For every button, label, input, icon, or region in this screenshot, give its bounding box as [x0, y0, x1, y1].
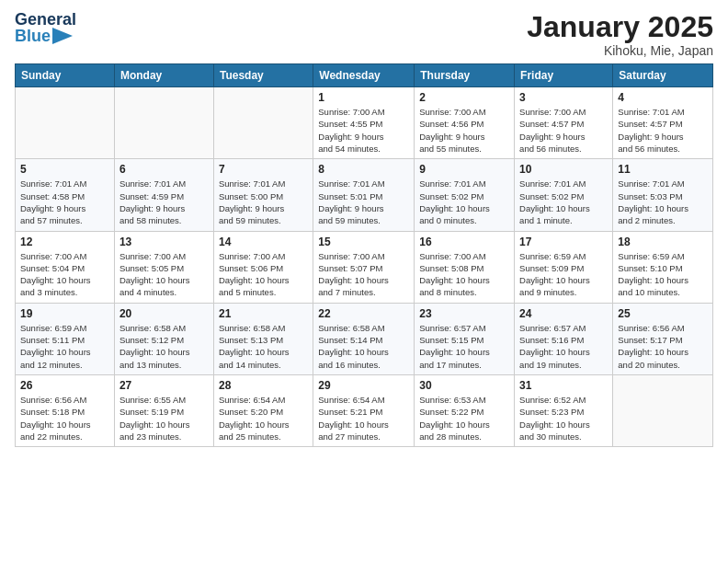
- col-thursday: Thursday: [415, 64, 515, 87]
- table-row: 28Sunrise: 6:54 AM Sunset: 5:20 PM Dayli…: [213, 374, 313, 446]
- svg-marker-0: [52, 28, 73, 44]
- table-row: 29Sunrise: 6:54 AM Sunset: 5:21 PM Dayli…: [313, 374, 415, 446]
- day-number: 24: [519, 307, 608, 320]
- day-number: 23: [419, 307, 509, 320]
- table-row: 4Sunrise: 7:01 AM Sunset: 4:57 PM Daylig…: [613, 87, 713, 159]
- day-info: Sunrise: 6:57 AM Sunset: 5:16 PM Dayligh…: [519, 322, 608, 371]
- calendar-header-row: Sunday Monday Tuesday Wednesday Thursday…: [16, 64, 713, 87]
- table-row: 13Sunrise: 7:00 AM Sunset: 5:05 PM Dayli…: [114, 231, 213, 303]
- day-info: Sunrise: 6:58 AM Sunset: 5:14 PM Dayligh…: [318, 322, 409, 371]
- day-info: Sunrise: 7:01 AM Sunset: 5:02 PM Dayligh…: [519, 178, 608, 226]
- day-info: Sunrise: 7:01 AM Sunset: 4:57 PM Dayligh…: [618, 106, 708, 155]
- table-row: 19Sunrise: 6:59 AM Sunset: 5:11 PM Dayli…: [16, 303, 115, 374]
- day-number: 18: [618, 236, 708, 248]
- day-number: 10: [519, 163, 608, 176]
- day-number: 2: [419, 91, 509, 104]
- day-info: Sunrise: 6:54 AM Sunset: 5:21 PM Dayligh…: [318, 394, 409, 442]
- table-row: 24Sunrise: 6:57 AM Sunset: 5:16 PM Dayli…: [515, 303, 613, 374]
- day-number: 12: [20, 236, 109, 248]
- table-row: 22Sunrise: 6:58 AM Sunset: 5:14 PM Dayli…: [313, 303, 415, 374]
- day-number: 21: [219, 307, 308, 320]
- table-row: 18Sunrise: 6:59 AM Sunset: 5:10 PM Dayli…: [613, 231, 713, 303]
- col-saturday: Saturday: [613, 64, 713, 87]
- day-number: 7: [219, 163, 308, 176]
- calendar-week-row: 5Sunrise: 7:01 AM Sunset: 4:58 PM Daylig…: [16, 159, 713, 231]
- table-row: 17Sunrise: 6:59 AM Sunset: 5:09 PM Dayli…: [515, 231, 613, 303]
- title-block: January 2025 Kihoku, Mie, Japan: [527, 11, 713, 58]
- logo: General Blue: [15, 11, 76, 44]
- calendar-week-row: 1Sunrise: 7:00 AM Sunset: 4:55 PM Daylig…: [16, 87, 713, 159]
- logo-general: General: [15, 11, 76, 28]
- day-info: Sunrise: 6:58 AM Sunset: 5:12 PM Dayligh…: [119, 322, 209, 371]
- table-row: 12Sunrise: 7:00 AM Sunset: 5:04 PM Dayli…: [16, 231, 115, 303]
- table-row: 8Sunrise: 7:01 AM Sunset: 5:01 PM Daylig…: [313, 159, 415, 231]
- table-row: 10Sunrise: 7:01 AM Sunset: 5:02 PM Dayli…: [515, 159, 613, 231]
- logo-arrow-icon: [52, 28, 73, 44]
- table-row: 27Sunrise: 6:55 AM Sunset: 5:19 PM Dayli…: [114, 374, 213, 446]
- day-number: 22: [318, 307, 409, 320]
- day-number: 29: [318, 379, 409, 392]
- day-info: Sunrise: 6:53 AM Sunset: 5:22 PM Dayligh…: [419, 394, 509, 442]
- day-info: Sunrise: 7:00 AM Sunset: 5:05 PM Dayligh…: [119, 250, 209, 299]
- day-number: 6: [119, 163, 209, 176]
- day-number: 13: [119, 236, 209, 248]
- calendar-week-row: 19Sunrise: 6:59 AM Sunset: 5:11 PM Dayli…: [16, 303, 713, 374]
- table-row: [213, 87, 313, 159]
- day-info: Sunrise: 7:00 AM Sunset: 5:08 PM Dayligh…: [419, 250, 509, 299]
- calendar-week-row: 12Sunrise: 7:00 AM Sunset: 5:04 PM Dayli…: [16, 231, 713, 303]
- table-row: 30Sunrise: 6:53 AM Sunset: 5:22 PM Dayli…: [415, 374, 515, 446]
- day-info: Sunrise: 7:01 AM Sunset: 4:58 PM Dayligh…: [20, 178, 109, 226]
- day-info: Sunrise: 7:01 AM Sunset: 5:01 PM Dayligh…: [318, 178, 409, 226]
- calendar: Sunday Monday Tuesday Wednesday Thursday…: [15, 63, 713, 447]
- day-number: 1: [318, 91, 409, 104]
- day-info: Sunrise: 7:01 AM Sunset: 4:59 PM Dayligh…: [119, 178, 209, 226]
- table-row: 14Sunrise: 7:00 AM Sunset: 5:06 PM Dayli…: [213, 231, 313, 303]
- day-number: 14: [219, 236, 308, 248]
- day-info: Sunrise: 7:01 AM Sunset: 5:03 PM Dayligh…: [618, 178, 708, 226]
- day-number: 20: [119, 307, 209, 320]
- day-number: 4: [618, 91, 708, 104]
- col-tuesday: Tuesday: [213, 64, 313, 87]
- table-row: 23Sunrise: 6:57 AM Sunset: 5:15 PM Dayli…: [415, 303, 515, 374]
- day-number: 8: [318, 163, 409, 176]
- day-info: Sunrise: 6:59 AM Sunset: 5:10 PM Dayligh…: [618, 250, 708, 299]
- day-info: Sunrise: 6:56 AM Sunset: 5:18 PM Dayligh…: [20, 394, 109, 442]
- col-monday: Monday: [114, 64, 213, 87]
- day-info: Sunrise: 7:01 AM Sunset: 5:02 PM Dayligh…: [419, 178, 509, 226]
- table-row: 6Sunrise: 7:01 AM Sunset: 4:59 PM Daylig…: [114, 159, 213, 231]
- day-info: Sunrise: 6:58 AM Sunset: 5:13 PM Dayligh…: [219, 322, 308, 371]
- table-row: 11Sunrise: 7:01 AM Sunset: 5:03 PM Dayli…: [613, 159, 713, 231]
- calendar-week-row: 26Sunrise: 6:56 AM Sunset: 5:18 PM Dayli…: [16, 374, 713, 446]
- day-info: Sunrise: 6:54 AM Sunset: 5:20 PM Dayligh…: [219, 394, 308, 442]
- day-info: Sunrise: 6:59 AM Sunset: 5:09 PM Dayligh…: [519, 250, 608, 299]
- table-row: 1Sunrise: 7:00 AM Sunset: 4:55 PM Daylig…: [313, 87, 415, 159]
- day-number: 11: [618, 163, 708, 176]
- col-wednesday: Wednesday: [313, 64, 415, 87]
- day-number: 17: [519, 236, 608, 248]
- col-friday: Friday: [515, 64, 613, 87]
- day-number: 16: [419, 236, 509, 248]
- table-row: 16Sunrise: 7:00 AM Sunset: 5:08 PM Dayli…: [415, 231, 515, 303]
- day-number: 26: [20, 379, 109, 392]
- table-row: 9Sunrise: 7:01 AM Sunset: 5:02 PM Daylig…: [415, 159, 515, 231]
- col-sunday: Sunday: [16, 64, 115, 87]
- day-info: Sunrise: 7:01 AM Sunset: 5:00 PM Dayligh…: [219, 178, 308, 226]
- table-row: 21Sunrise: 6:58 AM Sunset: 5:13 PM Dayli…: [213, 303, 313, 374]
- table-row: 20Sunrise: 6:58 AM Sunset: 5:12 PM Dayli…: [114, 303, 213, 374]
- day-number: 15: [318, 236, 409, 248]
- day-info: Sunrise: 6:57 AM Sunset: 5:15 PM Dayligh…: [419, 322, 509, 371]
- day-info: Sunrise: 6:52 AM Sunset: 5:23 PM Dayligh…: [519, 394, 608, 442]
- table-row: 7Sunrise: 7:01 AM Sunset: 5:00 PM Daylig…: [213, 159, 313, 231]
- table-row: [114, 87, 213, 159]
- table-row: [16, 87, 115, 159]
- page-title: January 2025: [527, 11, 713, 43]
- day-info: Sunrise: 6:55 AM Sunset: 5:19 PM Dayligh…: [119, 394, 209, 442]
- table-row: 15Sunrise: 7:00 AM Sunset: 5:07 PM Dayli…: [313, 231, 415, 303]
- day-info: Sunrise: 6:56 AM Sunset: 5:17 PM Dayligh…: [618, 322, 708, 371]
- day-info: Sunrise: 7:00 AM Sunset: 5:04 PM Dayligh…: [20, 250, 109, 299]
- day-info: Sunrise: 7:00 AM Sunset: 4:57 PM Dayligh…: [519, 106, 608, 155]
- table-row: 5Sunrise: 7:01 AM Sunset: 4:58 PM Daylig…: [16, 159, 115, 231]
- day-info: Sunrise: 7:00 AM Sunset: 4:55 PM Dayligh…: [318, 106, 409, 155]
- day-number: 28: [219, 379, 308, 392]
- day-number: 27: [119, 379, 209, 392]
